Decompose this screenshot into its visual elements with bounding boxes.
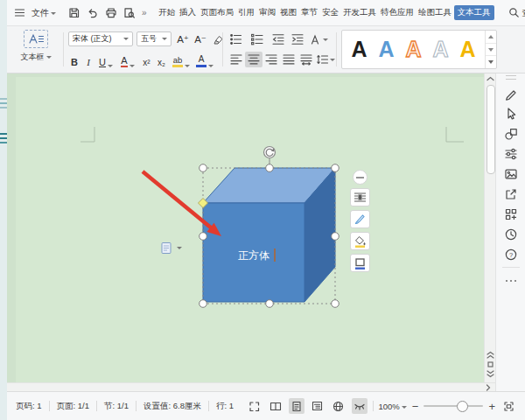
justify-button[interactable] <box>280 52 298 67</box>
vertical-scrollbar-thumb[interactable] <box>486 85 495 174</box>
eye-protection-mode-icon[interactable] <box>352 398 368 414</box>
bold-button[interactable]: B <box>68 52 80 68</box>
zoom-slider-thumb[interactable] <box>457 401 468 412</box>
highlight-color-button[interactable]: ab <box>171 52 192 68</box>
apps-tools-icon[interactable] <box>500 204 522 224</box>
wordart-style-blue[interactable]: A <box>378 38 394 60</box>
underline-button[interactable]: U <box>96 52 116 68</box>
tab-home[interactable]: 开始 <box>157 5 178 20</box>
tab-developer-tools[interactable]: 开发工具 <box>341 5 379 20</box>
decrease-indent-button[interactable] <box>270 32 287 47</box>
more-quick-access-icon[interactable]: » <box>142 8 147 18</box>
distribute-button[interactable] <box>298 52 315 67</box>
scroll-right-icon[interactable] <box>483 383 494 391</box>
handle-bottom-right[interactable] <box>332 300 340 308</box>
layout-options-button[interactable] <box>161 242 182 255</box>
gallery-scroll-down-icon[interactable] <box>486 44 496 57</box>
handle-top-right[interactable] <box>332 164 340 172</box>
increase-indent-button[interactable] <box>289 32 306 47</box>
tab-drawing-tools[interactable]: 绘图工具 <box>416 5 454 20</box>
collapse-toolbar-button[interactable] <box>353 170 368 185</box>
two-page-view-icon[interactable] <box>268 398 284 414</box>
font-effects-button[interactable]: A <box>118 52 137 68</box>
file-menu[interactable]: 文件 <box>32 7 56 19</box>
next-page-button[interactable] <box>485 369 495 378</box>
align-right-button[interactable] <box>262 52 280 67</box>
zoom-out-button[interactable]: − <box>412 401 419 412</box>
align-left-button[interactable] <box>228 52 245 67</box>
bullet-list-button[interactable] <box>228 32 245 47</box>
font-name-select[interactable]: 宋体 (正文) <box>68 32 133 46</box>
shapes-icon[interactable] <box>500 123 522 144</box>
shape-fill-button[interactable] <box>350 232 370 250</box>
handle-top-center[interactable] <box>266 164 274 172</box>
tab-text-tools[interactable]: 文本工具 <box>454 5 494 20</box>
help-circle-icon[interactable]: ? <box>500 244 522 264</box>
handle-top-left[interactable] <box>200 164 207 172</box>
shape-outline-button[interactable] <box>350 254 370 272</box>
increase-font-button[interactable]: A⁺ <box>175 32 191 46</box>
font-color-button[interactable]: A <box>194 52 215 68</box>
zoom-level-button[interactable]: 100% <box>379 402 407 411</box>
previous-page-button[interactable] <box>485 350 495 359</box>
save-icon[interactable] <box>68 6 80 19</box>
hamburger-menu-icon[interactable] <box>14 6 25 19</box>
tab-page-layout[interactable]: 页面布局 <box>199 5 236 20</box>
tab-view[interactable]: 视图 <box>278 5 299 20</box>
image-tool-icon[interactable] <box>500 164 522 184</box>
cube-label: 正方体 <box>238 249 270 262</box>
more-tools-icon[interactable] <box>500 270 522 290</box>
handle-middle-left[interactable] <box>200 233 207 241</box>
gallery-more-icon[interactable] <box>486 56 496 68</box>
edit-pen-icon[interactable] <box>500 83 522 103</box>
web-view-icon[interactable] <box>331 398 346 414</box>
wordart-style-gold[interactable]: A <box>459 38 475 60</box>
handle-middle-right[interactable] <box>332 233 340 241</box>
vertical-scrollbar[interactable] <box>484 74 495 382</box>
decrease-font-button[interactable]: A⁻ <box>192 32 208 46</box>
handle-bottom-left[interactable] <box>200 300 207 308</box>
tab-references[interactable]: 引用 <box>236 5 257 20</box>
tab-insert[interactable]: 插入 <box>178 5 199 20</box>
scroll-up-icon[interactable] <box>485 74 495 83</box>
clear-format-button[interactable] <box>210 32 226 46</box>
sidebar-grip[interactable] <box>506 75 516 80</box>
cube-shape[interactable]: 正方体 <box>203 168 335 302</box>
wordart-style-plain[interactable]: A <box>351 38 367 60</box>
fit-page-icon[interactable] <box>500 398 516 414</box>
subscript-button[interactable]: x₂ <box>155 52 168 68</box>
superscript-button[interactable]: x² <box>140 52 153 68</box>
find-button[interactable]: 查找 <box>508 6 525 19</box>
font-size-select[interactable]: 五号 <box>136 32 172 46</box>
textbox-button[interactable]: 文本框 <box>14 30 58 63</box>
handle-bottom-center[interactable] <box>266 300 274 308</box>
tab-section[interactable]: 章节 <box>299 5 320 20</box>
page-view-icon[interactable] <box>289 398 304 414</box>
undo-icon[interactable] <box>87 6 99 19</box>
tab-special-features[interactable]: 特色应用 <box>379 5 416 20</box>
line-spacing-button[interactable] <box>315 52 336 67</box>
tab-review[interactable]: 审阅 <box>257 5 278 20</box>
text-wrap-button[interactable] <box>350 188 370 206</box>
zoom-in-button[interactable]: + <box>488 401 495 412</box>
wordart-style-white-outline[interactable]: A <box>432 38 448 60</box>
fullscreen-icon[interactable] <box>247 398 262 414</box>
italic-button[interactable]: I <box>83 52 94 68</box>
outline-view-icon[interactable] <box>310 398 326 414</box>
properties-sliders-icon[interactable] <box>500 144 522 164</box>
style-brush-button[interactable] <box>350 210 370 228</box>
align-center-button[interactable] <box>245 52 262 67</box>
gallery-scroll-up-icon[interactable] <box>486 31 496 44</box>
wordart-style-orange-outline[interactable]: A <box>405 38 421 60</box>
select-browse-object-button[interactable] <box>485 360 495 368</box>
share-export-icon[interactable] <box>500 184 522 204</box>
zoom-slider[interactable] <box>424 405 483 407</box>
select-cursor-icon[interactable] <box>500 103 522 123</box>
change-case-button[interactable] <box>308 32 329 47</box>
history-clock-icon[interactable] <box>500 224 522 244</box>
numbered-list-button[interactable] <box>248 32 266 47</box>
rotation-handle[interactable] <box>264 147 276 158</box>
print-icon[interactable] <box>105 6 117 19</box>
tab-security[interactable]: 安全 <box>320 5 341 20</box>
print-preview-icon[interactable] <box>123 6 136 19</box>
